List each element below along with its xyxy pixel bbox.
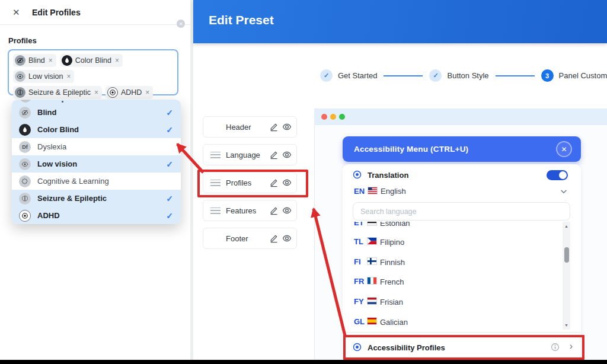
blind-icon: [19, 107, 31, 119]
chevron-right-icon[interactable]: ›: [570, 341, 573, 352]
close-icon[interactable]: ✕: [12, 7, 20, 18]
dropdown-option[interactable]: ADHD ✓: [12, 207, 181, 224]
dropdown-option[interactable]: Df Dyslexia: [12, 138, 181, 155]
browser-dot-yellow: [330, 114, 336, 120]
profiles-multiselect-input[interactable]: Blind × Color Blind × Low vision × Seizu…: [8, 49, 178, 95]
pencil-icon[interactable]: [269, 178, 279, 187]
dropdown-option[interactable]: Blind ✓: [12, 104, 181, 121]
pencil-icon[interactable]: [269, 122, 279, 132]
dropdown-option[interactable]: Low vision ✓: [12, 155, 181, 173]
panel-divider: [190, 0, 193, 364]
check-icon: ✓: [166, 125, 173, 135]
seizure-icon: [19, 193, 31, 205]
scrollbar-thumb[interactable]: [564, 247, 569, 263]
pencil-icon[interactable]: [269, 206, 279, 215]
drag-handle-icon[interactable]: [210, 180, 221, 186]
drag-handle-icon[interactable]: [210, 152, 221, 158]
panel-header: ✕ Edit Profiles: [0, 0, 190, 25]
edit-profiles-panel: ✕ Edit Profiles Profiles Blind × Color B…: [0, 0, 190, 364]
scrollbar[interactable]: ▲ ▼: [563, 222, 570, 330]
section-label: Features: [226, 206, 266, 215]
accessibility-profiles-label: Accessibility Profiles: [368, 343, 445, 352]
panel-sections-list: Header Language Profiles Features Footer: [203, 116, 297, 249]
eye-view-icon[interactable]: [282, 150, 292, 159]
eye-view-icon[interactable]: [282, 234, 292, 243]
stepper-step[interactable]: ✓ Button Style: [429, 69, 488, 82]
profile-tag[interactable]: Color Blind ×: [60, 54, 123, 67]
section-card[interactable]: Footer: [203, 228, 297, 249]
language-name: Frisian: [380, 298, 403, 306]
browser-dot-red: [321, 114, 327, 120]
check-icon: ✓: [166, 194, 173, 203]
remove-tag-icon[interactable]: ×: [66, 72, 71, 81]
dropdown-option[interactable]: Cognitive & Learning: [12, 173, 181, 190]
remove-tag-icon[interactable]: ×: [49, 56, 53, 65]
language-row[interactable]: FR French: [343, 277, 581, 286]
stepper-step[interactable]: 3 Panel Customization: [541, 69, 607, 82]
remove-tag-icon[interactable]: ×: [94, 88, 98, 97]
color-blind-icon: [19, 124, 31, 136]
profile-tag[interactable]: ADHD ×: [106, 86, 153, 99]
close-icon[interactable]: ✕: [556, 141, 572, 157]
language-code: FR: [354, 277, 364, 286]
language-row[interactable]: TL Filipino: [343, 237, 581, 247]
profile-tag[interactable]: Seizure & Epileptic ×: [13, 86, 102, 99]
search-input[interactable]: [353, 202, 570, 221]
stepper-step[interactable]: ✓ Get Started: [320, 69, 377, 82]
target-icon: [353, 343, 362, 352]
gl-flag-icon: [368, 318, 376, 324]
language-row[interactable]: GL Galician: [343, 317, 581, 327]
drag-handle-icon[interactable]: [210, 207, 221, 214]
language-name: Estonian: [380, 222, 410, 228]
dropdown-option[interactable]: Seizure & Epileptic ✓: [12, 190, 181, 207]
remove-tag-icon[interactable]: ×: [145, 88, 149, 97]
dyslexia-icon: Df: [19, 141, 31, 153]
language-code: FI: [354, 257, 361, 266]
info-icon[interactable]: [551, 343, 560, 352]
blind-icon: [15, 55, 25, 66]
low-vision-icon: [19, 158, 31, 170]
clear-all-icon[interactable]: ✕: [177, 20, 185, 28]
eye-view-icon[interactable]: [282, 122, 292, 132]
dropdown-option-label: Blind: [37, 108, 57, 117]
section-card[interactable]: Language: [203, 144, 297, 165]
eye-view-icon[interactable]: [282, 178, 292, 187]
ee-flag-icon: [368, 222, 376, 225]
translation-toggle[interactable]: [547, 170, 568, 180]
seizure-icon: [15, 87, 25, 98]
remove-tag-icon[interactable]: ×: [115, 56, 119, 65]
scroll-up-icon[interactable]: ▲: [563, 224, 570, 228]
language-row[interactable]: ET Estonian: [343, 222, 581, 228]
language-code: FY: [354, 297, 364, 306]
language-row[interactable]: FY Frisian: [343, 297, 581, 306]
step-state-icon: ✓: [429, 69, 442, 82]
wizard-stepper: ✓ Get Started ✓ Button Style 3 Panel Cus…: [320, 69, 607, 82]
check-icon: ✓: [166, 159, 173, 169]
pencil-icon[interactable]: [269, 234, 279, 243]
accessibility-menu-header: Accessibility Menu (CTRL+U) ✕: [343, 136, 581, 162]
pencil-icon[interactable]: [269, 150, 279, 159]
language-code: ET: [354, 222, 364, 227]
stepper-connector: [384, 75, 423, 76]
section-card[interactable]: Features: [203, 200, 297, 221]
section-card[interactable]: Profiles: [203, 172, 297, 193]
stepper-connector: [496, 75, 535, 76]
fr-flag-icon: [368, 277, 376, 284]
profiles-field-label: Profiles: [8, 36, 37, 45]
accessibility-profiles-row[interactable]: Accessibility Profiles ›: [343, 333, 581, 360]
profile-tag[interactable]: Blind ×: [13, 54, 56, 67]
us-flag-icon: [368, 187, 377, 194]
language-name: English: [381, 187, 406, 196]
profile-tag-label: Seizure & Epileptic: [28, 88, 91, 97]
section-card[interactable]: Header: [203, 116, 297, 138]
language-selector[interactable]: EN English: [343, 186, 581, 197]
target-icon: [353, 170, 362, 179]
window-bottom-edge: [0, 360, 607, 364]
profile-tag[interactable]: Low vision ×: [13, 70, 74, 83]
dropdown-option[interactable]: Color Blind ✓: [12, 121, 181, 138]
language-row[interactable]: FI Finnish: [343, 257, 581, 267]
scroll-down-icon[interactable]: ▼: [563, 323, 570, 327]
translation-label: Translation: [368, 171, 408, 180]
language-list: GL Galician FY Frisian FR French FI Finn…: [343, 222, 581, 330]
eye-view-icon[interactable]: [282, 206, 292, 215]
